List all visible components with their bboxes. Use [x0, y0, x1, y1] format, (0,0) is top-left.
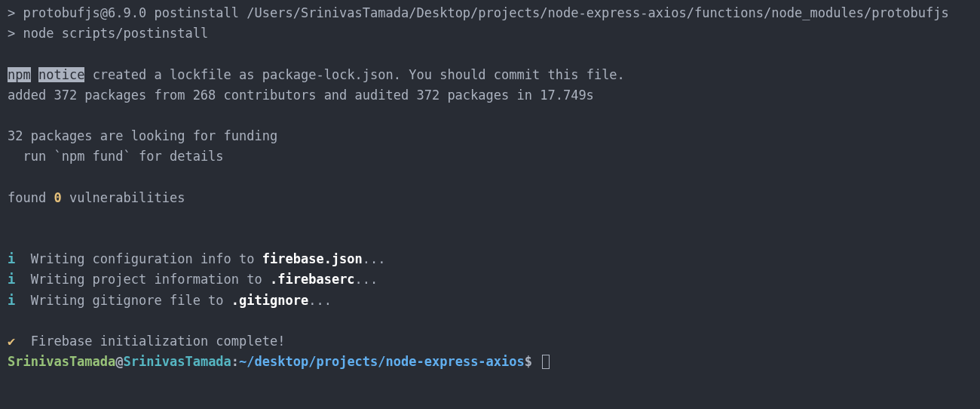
npm-badge: npm	[8, 67, 31, 82]
blank-line	[8, 208, 972, 229]
firebaserc-file: .firebaserc	[270, 272, 355, 287]
write-config-line: i Writing configuration info to firebase…	[8, 249, 972, 269]
write-text: Writing gitignore file to	[15, 293, 231, 308]
prompt-path: ~/desktop/projects/node-express-axios	[239, 354, 525, 369]
write-project-line: i Writing project information to .fireba…	[8, 269, 972, 290]
blank-line	[8, 311, 972, 331]
write-gitignore-line: i Writing gitignore file to .gitignore..…	[8, 291, 972, 311]
terminal-output[interactable]: > protobufjs@6.9.0 postinstall /Users/Sr…	[8, 3, 972, 372]
postinstall-line-2: > node scripts/postinstall	[8, 23, 972, 44]
package-name: protobufjs@6.9.0 postinstall	[23, 5, 239, 20]
prompt-marker: >	[8, 5, 23, 20]
vulnerabilities-line: found 0 vulnerabilities	[8, 188, 972, 208]
blank-line	[8, 229, 972, 249]
funding-line-2: run `npm fund` for details	[8, 146, 972, 167]
found-suffix: vulnerabilities	[62, 190, 185, 205]
info-icon: i	[8, 272, 15, 287]
funding-line-1: 32 packages are looking for funding	[8, 126, 972, 146]
shell-prompt: SrinivasTamada@SrinivasTamada:~/desktop/…	[8, 352, 972, 372]
blank-line	[8, 44, 972, 64]
complete-message: Firebase initialization complete!	[15, 334, 285, 349]
gitignore-file: .gitignore	[231, 293, 308, 308]
prompt-marker: >	[8, 26, 23, 41]
vulnerability-count: 0	[54, 190, 61, 205]
script-command: node scripts/postinstall	[23, 26, 208, 41]
cursor-icon[interactable]	[542, 355, 550, 369]
notice-badge: notice	[38, 67, 84, 82]
ellipsis: ...	[355, 272, 378, 287]
firebase-json-file: firebase.json	[262, 251, 363, 266]
packages-added-line: added 372 packages from 268 contributors…	[8, 85, 972, 106]
lockfile-message: created a lockfile as package-lock.json.…	[84, 67, 624, 82]
prompt-colon: :	[231, 354, 239, 369]
prompt-host: SrinivasTamada	[124, 354, 231, 369]
complete-line: ✔ Firebase initialization complete!	[8, 331, 972, 352]
blank-line	[8, 106, 972, 126]
prompt-at: @	[115, 354, 123, 369]
write-text: Writing configuration info to	[15, 251, 262, 266]
prompt-dollar: $	[525, 354, 540, 369]
info-icon: i	[8, 251, 15, 266]
npm-notice-line: npm notice created a lockfile as package…	[8, 65, 972, 85]
check-icon: ✔	[8, 334, 15, 349]
info-icon: i	[8, 293, 15, 308]
ellipsis: ...	[308, 293, 332, 308]
prompt-user: SrinivasTamada	[8, 354, 115, 369]
postinstall-line-1: > protobufjs@6.9.0 postinstall /Users/Sr…	[8, 3, 972, 23]
write-text: Writing project information to	[15, 272, 270, 287]
ellipsis: ...	[363, 251, 386, 266]
install-path: /Users/SrinivasTamada/Desktop/projects/n…	[239, 5, 949, 20]
found-prefix: found	[8, 190, 54, 205]
blank-line	[8, 168, 972, 188]
